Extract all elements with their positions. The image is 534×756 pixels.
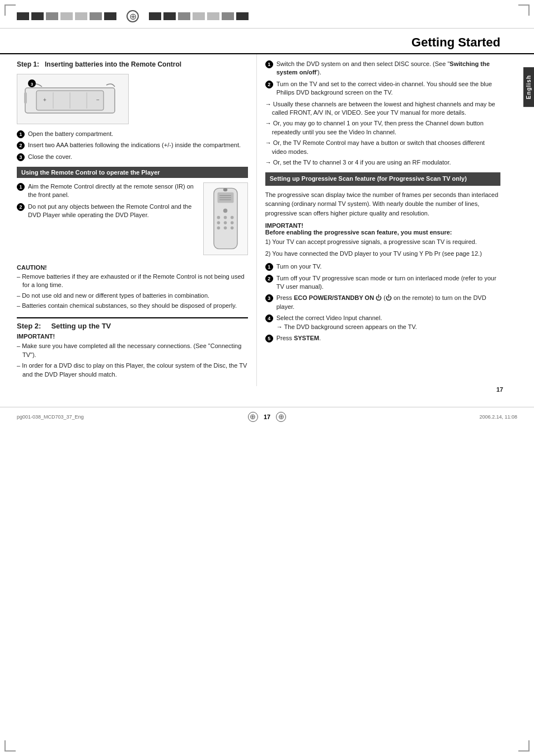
arrow-item-4: → Or, set the TV to channel 3 or 4 if yo… <box>265 158 500 167</box>
svg-point-24 <box>231 227 234 230</box>
step2-header: Step 2: Setting up the TV <box>17 317 248 330</box>
main-content: Step 1: Inserting batteries into the Rem… <box>0 54 534 386</box>
arrow-item-2: → Or, you may go to channel 1 on your TV… <box>265 119 500 137</box>
svg-point-22 <box>217 227 220 230</box>
right-column: 1 Switch the DVD system on and then sele… <box>257 54 523 386</box>
svg-point-18 <box>231 216 234 219</box>
bar-block-r2 <box>163 12 176 20</box>
step1-num-1: 1 <box>17 130 25 138</box>
top-bar-circle <box>127 10 139 22</box>
step1-num-2: 2 <box>17 142 25 149</box>
svg-text:−: − <box>96 97 100 103</box>
prog-num-1: 1 <box>265 263 273 271</box>
left-column: Step 1: Inserting batteries into the Rem… <box>11 54 257 386</box>
caution-item-1: – Remove batteries if they are exhausted… <box>17 273 248 290</box>
remote-num-2: 2 <box>17 203 25 211</box>
right-num-2: 2 <box>265 81 273 88</box>
prog-scan-box: Setting up Progressive Scan feature (for… <box>265 172 500 185</box>
svg-text:+: + <box>43 97 46 103</box>
section-box-remote: Using the Remote Control to operate the … <box>17 167 248 178</box>
page-number-display: 17 <box>0 386 534 396</box>
bar-block-r4 <box>193 12 205 20</box>
page-title-bar: Getting Started <box>0 29 534 54</box>
caution-item-3: – Batteries contain chemical substances,… <box>17 302 248 310</box>
arrow-item-1: → Usually these channels are between the… <box>265 100 500 118</box>
svg-point-21 <box>231 222 234 225</box>
step1-num-3: 3 <box>17 153 25 161</box>
bar-block-5 <box>75 12 87 20</box>
svg-point-17 <box>223 216 227 219</box>
bottom-bar: pg001-038_MCD703_37_Eng 17 2006.2.14, 11… <box>0 407 534 426</box>
svg-point-19 <box>217 222 220 225</box>
prog-text-2: Turn off your TV progressive scan mode o… <box>277 274 500 292</box>
remote-text-1: Aim the Remote Control directly at the r… <box>28 182 198 200</box>
step1-text-1: Open the battery compartment. <box>28 130 113 138</box>
right-item-1: 1 Switch the DVD system on and then sele… <box>265 60 500 77</box>
corner-mark-tl <box>4 4 16 16</box>
page-title: Getting Started <box>17 35 500 50</box>
important-block: IMPORTANT! Before enabling the progressi… <box>265 222 500 258</box>
step1-item-2: 2 Insert two AAA batteries following the… <box>17 141 248 149</box>
prog-text: The progressive scan display twice the n… <box>265 190 500 218</box>
step1-text-3: Close the cover. <box>28 153 72 161</box>
battery-image: + − 3 <box>17 74 129 124</box>
bar-block-2 <box>31 12 44 20</box>
caution-item-2: – Do not use old and new or different ty… <box>17 292 248 300</box>
prog-num-3: 3 <box>265 294 273 302</box>
caution-title: CAUTION! <box>17 264 248 271</box>
right-text-1: Switch the DVD system on and then select… <box>277 60 500 77</box>
step1-label: Step 1: <box>17 60 39 68</box>
caution-block: CAUTION! – Remove batteries if they are … <box>17 264 248 311</box>
corner-mark-bl <box>4 740 16 752</box>
bar-block-r6 <box>222 12 234 20</box>
bottom-circle-2 <box>276 412 286 422</box>
step2-label: Step 2: <box>17 322 41 330</box>
step1-text-2: Insert two AAA batteries following the i… <box>28 141 241 149</box>
svg-point-16 <box>217 216 220 219</box>
remote-item-2: 2 Do not put any objects between the Rem… <box>17 203 198 220</box>
remote-num-1: 1 <box>17 183 25 191</box>
top-bar-left <box>17 12 116 20</box>
step2-dash-1: – Make sure you have completed all the n… <box>17 341 248 360</box>
arrow-item-3: → Or, the TV Remote Control may have a b… <box>265 139 500 156</box>
remote-text-2: Do not put any objects between the Remot… <box>28 203 198 220</box>
remote-image <box>203 182 248 255</box>
language-tab: English <box>523 67 534 107</box>
prog-num-5: 5 <box>265 335 273 342</box>
bar-block-4 <box>60 12 73 20</box>
bar-block-7 <box>104 12 116 20</box>
bar-block-3 <box>46 12 58 20</box>
prog-num-4: 4 <box>265 314 273 322</box>
bottom-left-text: pg001-038_MCD703_37_Eng <box>17 414 242 420</box>
bottom-circle <box>248 412 258 422</box>
prog-num-2: 2 <box>265 275 273 283</box>
imp-body-1: 1) Your TV can accept progressive signal… <box>265 237 500 247</box>
right-item-2: 2 Turn on the TV and set to the correct … <box>265 80 500 97</box>
prog-step-1: 1 Turn on your TV. <box>265 262 500 271</box>
prog-step-2: 2 Turn off your TV progressive scan mode… <box>265 274 500 292</box>
imp-title: IMPORTANT! <box>265 222 500 229</box>
step2-title: Setting up the TV <box>51 322 111 330</box>
svg-point-23 <box>223 227 227 230</box>
remote-section: 1 Aim the Remote Control directly at the… <box>17 182 248 260</box>
right-text-2: Turn on the TV and set to the correct vi… <box>277 80 500 97</box>
bottom-center-text: 17 <box>264 414 270 420</box>
prog-step-4: 4 Select the correct Video Input channel… <box>265 314 500 331</box>
bar-block-r7 <box>236 12 249 20</box>
bar-block-r1 <box>149 12 161 20</box>
imp-body-2: 2) You have connected the DVD player to … <box>265 249 500 259</box>
step2-important-title: IMPORTANT! <box>17 333 248 340</box>
page-num-text: 17 <box>496 386 503 393</box>
top-decorative-bar <box>0 0 534 29</box>
top-bar-right <box>149 12 249 20</box>
prog-text-1: Turn on your TV. <box>277 262 322 271</box>
prog-text-3: Press ECO POWER/STANDBY ON ⏻ (⏻ on the r… <box>277 294 500 311</box>
prog-text-5: Press SYSTEM. <box>277 334 321 342</box>
bar-block-r3 <box>178 12 190 20</box>
prog-step-3: 3 Press ECO POWER/STANDBY ON ⏻ (⏻ on the… <box>265 294 500 311</box>
bar-block-r5 <box>207 12 219 20</box>
svg-point-25 <box>223 189 227 192</box>
step2-dash-2: – In order for a DVD disc to play on thi… <box>17 361 248 379</box>
prog-text-4: Select the correct Video Input channel. … <box>277 314 417 331</box>
svg-rect-1 <box>24 92 27 104</box>
